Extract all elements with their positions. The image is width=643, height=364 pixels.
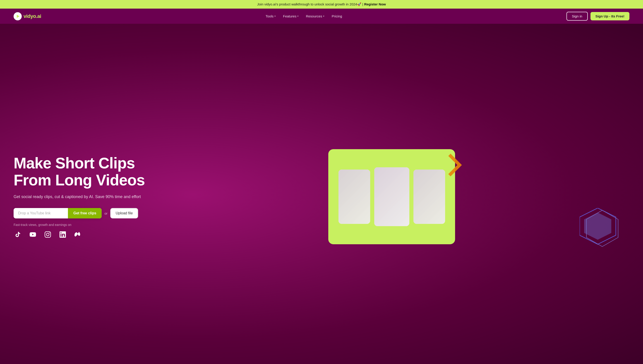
meta-icon[interactable] bbox=[73, 230, 82, 239]
get-clips-button[interactable]: Get free clips bbox=[68, 208, 102, 218]
hero-right bbox=[154, 149, 630, 244]
nav-item-resources[interactable]: Resources ▾ bbox=[306, 14, 324, 18]
tiktok-icon[interactable] bbox=[14, 230, 22, 239]
announcement-text: Join vidyo.ai's product walkthrough to u… bbox=[257, 2, 364, 6]
signin-button[interactable]: Sign in bbox=[566, 12, 588, 20]
nav-item-pricing[interactable]: Pricing bbox=[332, 14, 342, 18]
hero-section: Make Short Clips From Long Videos Get so… bbox=[0, 24, 643, 364]
preview-card bbox=[328, 149, 455, 244]
nav-links: Tools ▾ Features ▾ Resources ▾ Pricing bbox=[266, 14, 342, 18]
hero-left: Make Short Clips From Long Videos Get so… bbox=[14, 154, 154, 239]
navbar: vidyo.ai Tools ▾ Features ▾ Resources ▾ … bbox=[0, 8, 643, 24]
tools-chevron-icon: ▾ bbox=[274, 15, 276, 18]
hero-title: Make Short Clips From Long Videos bbox=[14, 154, 154, 188]
input-button-group: Get free clips bbox=[14, 208, 102, 218]
announcement-bar: Join vidyo.ai's product walkthrough to u… bbox=[0, 0, 643, 8]
hero-input-row: Get free clips or Upload file bbox=[14, 208, 154, 218]
announcement-cta[interactable]: Register Now bbox=[364, 2, 386, 6]
video-thumb-2 bbox=[374, 167, 409, 226]
nav-actions: Sign in Sign Up - Its Free! bbox=[566, 12, 630, 20]
youtube-icon[interactable] bbox=[28, 230, 37, 239]
video-thumb-3 bbox=[414, 170, 445, 224]
blue-shape-decoration bbox=[580, 208, 625, 249]
linkedin-icon[interactable] bbox=[58, 230, 67, 239]
social-label: Fast-track views, growth and earnings on bbox=[14, 223, 154, 226]
svg-marker-2 bbox=[448, 154, 462, 176]
signup-button[interactable]: Sign Up - Its Free! bbox=[590, 12, 630, 20]
hero-subtitle: Get social ready clips, cut & captioned … bbox=[14, 194, 154, 200]
logo-icon bbox=[14, 12, 22, 20]
logo[interactable]: vidyo.ai bbox=[14, 12, 41, 20]
nav-item-features[interactable]: Features ▾ bbox=[283, 14, 299, 18]
nav-item-tools[interactable]: Tools ▾ bbox=[266, 14, 276, 18]
or-divider: or bbox=[104, 212, 107, 215]
youtube-url-input[interactable] bbox=[14, 208, 68, 218]
features-chevron-icon: ▾ bbox=[297, 15, 299, 18]
logo-text: vidyo.ai bbox=[24, 13, 41, 19]
video-thumb-1 bbox=[338, 170, 370, 224]
svg-marker-4 bbox=[584, 212, 611, 240]
social-icons-row bbox=[14, 230, 154, 239]
resources-chevron-icon: ▾ bbox=[323, 15, 324, 18]
instagram-icon[interactable] bbox=[44, 230, 52, 239]
orange-shape-decoration bbox=[448, 154, 462, 176]
upload-file-button[interactable]: Upload file bbox=[110, 208, 138, 218]
